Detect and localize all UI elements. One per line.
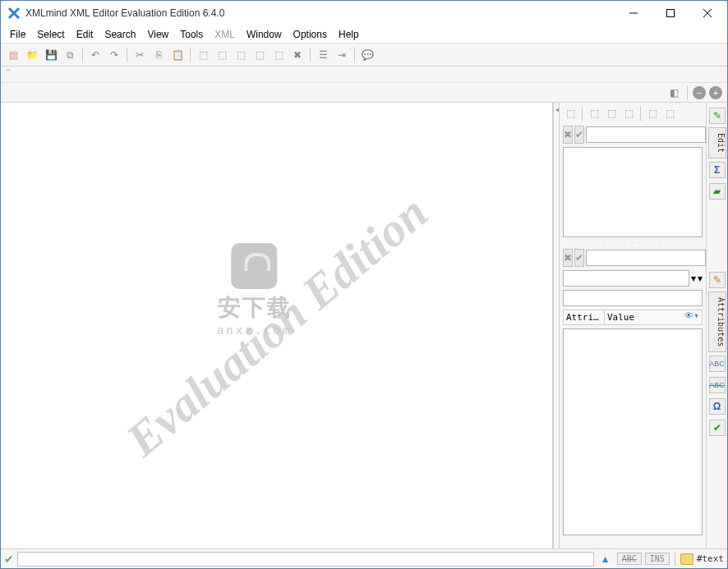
svg-rect-1 bbox=[666, 10, 674, 17]
collapse-icon[interactable]: − bbox=[693, 86, 706, 99]
watermark: Evaluation Edition bbox=[115, 184, 437, 466]
insert-after-icon[interactable]: ⬚ bbox=[604, 106, 619, 121]
center-watermark: 安下载 anxz.com bbox=[217, 243, 292, 337]
expand-icon[interactable]: + bbox=[709, 86, 722, 99]
cancel-attr-button[interactable]: ✖ bbox=[563, 249, 573, 267]
breadcrumb-bar: ′′′ bbox=[1, 67, 727, 83]
wrap-icon[interactable]: ⬚ bbox=[645, 106, 660, 121]
cut-icon[interactable]: ✂ bbox=[131, 47, 148, 63]
save-all-icon[interactable]: ⧉ bbox=[62, 47, 78, 63]
insert-icon[interactable]: ⬚ bbox=[587, 106, 601, 121]
cancel-button[interactable]: ✖ bbox=[563, 126, 573, 144]
wrap-icon[interactable]: ⬚ bbox=[270, 47, 287, 63]
open-folder-icon[interactable]: 📁 bbox=[24, 47, 40, 63]
minimize-button[interactable] bbox=[615, 2, 652, 25]
watermark-cn: 安下载 bbox=[217, 292, 292, 324]
attr-col-value[interactable]: Value bbox=[605, 310, 682, 324]
attr-name-input[interactable] bbox=[586, 250, 706, 266]
toolbar-sep bbox=[127, 48, 127, 62]
lock-icon bbox=[232, 243, 278, 289]
apply-button[interactable]: ✔ bbox=[574, 126, 584, 144]
insert-before-icon[interactable]: ⬚ bbox=[563, 106, 578, 121]
undo-icon[interactable]: ↶ bbox=[87, 47, 104, 63]
toolbar-sep bbox=[82, 48, 83, 62]
list-icon[interactable]: ☰ bbox=[315, 47, 331, 63]
menubar: File Select Edit Search View Tools XML W… bbox=[1, 25, 727, 44]
abc-button[interactable]: ABC bbox=[617, 553, 642, 565]
attr-list[interactable] bbox=[563, 328, 703, 535]
replace-icon[interactable]: ⬚ bbox=[621, 106, 636, 121]
toolbar-sep bbox=[190, 48, 191, 62]
spellcheck-strike-icon[interactable]: ABC bbox=[709, 377, 726, 393]
window-title: XMLmind XML Editor Evaluation Edition 6.… bbox=[25, 7, 615, 19]
sigma-icon[interactable]: Σ bbox=[709, 162, 726, 178]
attr-dropdown-2[interactable]: ▾ bbox=[698, 273, 703, 284]
spellcheck-icon[interactable]: ABC bbox=[709, 356, 726, 372]
right-panel: ⬚ ⬚ ⬚ ⬚ ⬚ ⬚ ✖ ✔ · · · · · · · · · · · ✖ … bbox=[560, 103, 706, 548]
insert-icon[interactable]: ⬚ bbox=[214, 47, 230, 63]
tab-edit[interactable]: Edit bbox=[708, 127, 726, 158]
menu-select[interactable]: Select bbox=[31, 27, 70, 42]
editor-pane[interactable]: Evaluation Edition 安下载 anxz.com bbox=[1, 103, 553, 548]
edit-input-row: ✖ ✔ bbox=[560, 124, 706, 145]
split-icon[interactable]: ⬚ bbox=[662, 106, 677, 121]
close-button[interactable] bbox=[689, 2, 726, 25]
edit-input[interactable] bbox=[586, 126, 706, 143]
insert-before-icon[interactable]: ⬚ bbox=[195, 47, 211, 63]
validity-check-icon[interactable]: ✔ bbox=[4, 553, 14, 566]
replace-icon[interactable]: ⬚ bbox=[251, 47, 268, 63]
toolbar-sep bbox=[310, 48, 311, 62]
paste-icon[interactable]: 📋 bbox=[169, 47, 186, 63]
edit-list[interactable] bbox=[563, 147, 703, 237]
main-area: Evaluation Edition 安下载 anxz.com ◂ ⬚ ⬚ ⬚ … bbox=[1, 103, 727, 548]
menu-edit[interactable]: Edit bbox=[71, 27, 99, 42]
attr-input-row: ✖ ✔ bbox=[560, 247, 706, 268]
pin-icon[interactable]: ◧ bbox=[666, 85, 682, 101]
text-tool-icon[interactable]: ▰ bbox=[709, 183, 726, 200]
redo-icon[interactable]: ↷ bbox=[106, 47, 122, 63]
visibility-icon[interactable]: 👁▾ bbox=[682, 310, 702, 324]
toolbar-sep bbox=[354, 48, 355, 62]
menu-window[interactable]: Window bbox=[241, 27, 288, 42]
ins-button[interactable]: INS bbox=[645, 553, 670, 565]
menu-help[interactable]: Help bbox=[333, 27, 365, 42]
panel-controls: ◧ − + bbox=[1, 83, 727, 103]
edit-panel-toolbar: ⬚ ⬚ ⬚ ⬚ ⬚ ⬚ bbox=[560, 103, 706, 124]
tab-attributes[interactable]: Attributes bbox=[708, 291, 726, 352]
menu-options[interactable]: Options bbox=[288, 27, 333, 42]
delete-icon[interactable]: ✖ bbox=[289, 47, 306, 63]
up-arrow-icon[interactable]: ▲ bbox=[597, 551, 614, 567]
maximize-button[interactable] bbox=[652, 2, 689, 25]
menu-file[interactable]: File bbox=[4, 27, 31, 42]
attr-value-row: ▾ ▾ bbox=[560, 268, 706, 288]
attr-dropdown-1[interactable]: ▾ bbox=[691, 273, 696, 284]
attr-filter-input[interactable] bbox=[563, 290, 703, 306]
attr-value-input[interactable] bbox=[563, 270, 689, 287]
side-tabs: ✎ Edit Σ ▰ ✎ Attributes ABC ABC Ω ✔ bbox=[706, 103, 727, 548]
attr-filter-row bbox=[560, 288, 706, 308]
apply-attr-button[interactable]: ✔ bbox=[574, 249, 584, 267]
copy-icon[interactable]: ⎘ bbox=[150, 47, 167, 63]
folder-icon[interactable] bbox=[680, 553, 693, 565]
insert-after-icon[interactable]: ⬚ bbox=[233, 47, 249, 63]
app-icon bbox=[7, 7, 21, 20]
vertical-splitter[interactable]: ◂ bbox=[553, 103, 560, 548]
status-node-type: #text bbox=[697, 553, 724, 564]
node-path-field[interactable] bbox=[17, 552, 594, 567]
omega-icon[interactable]: Ω bbox=[709, 398, 726, 415]
edit-tool-icon[interactable]: ✎ bbox=[709, 108, 726, 124]
menu-view[interactable]: View bbox=[141, 27, 174, 42]
attributes-tool-icon[interactable]: ✎ bbox=[709, 272, 726, 288]
save-icon[interactable]: 💾 bbox=[43, 47, 59, 63]
titlebar: XMLmind XML Editor Evaluation Edition 6.… bbox=[1, 1, 727, 25]
attr-table-header: Attri… Value 👁▾ bbox=[563, 310, 703, 325]
menu-xml[interactable]: XML bbox=[209, 27, 241, 42]
attr-col-name[interactable]: Attri… bbox=[564, 310, 605, 324]
format-icon[interactable]: ⇥ bbox=[334, 47, 350, 63]
check-tool-icon[interactable]: ✔ bbox=[709, 420, 726, 436]
comment-icon[interactable]: 💬 bbox=[359, 47, 376, 63]
menu-tools[interactable]: Tools bbox=[174, 27, 209, 42]
menu-search[interactable]: Search bbox=[99, 27, 141, 42]
horizontal-splitter[interactable]: · · · · · · · · · · · bbox=[560, 239, 706, 247]
new-file-icon[interactable]: ▤ bbox=[5, 47, 21, 63]
